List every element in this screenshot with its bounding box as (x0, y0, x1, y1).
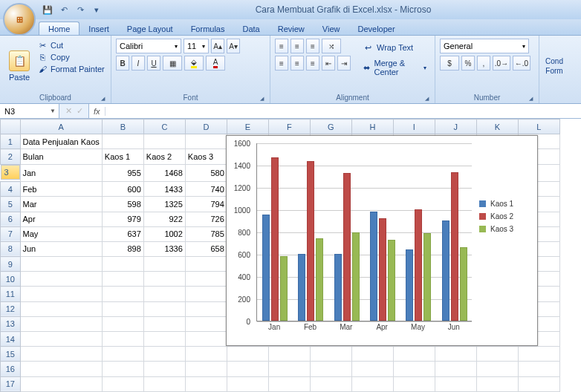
cell-D9[interactable] (185, 257, 227, 272)
cell-C9[interactable] (143, 257, 185, 272)
border-button[interactable]: ▦ (163, 56, 182, 71)
cell-B16[interactable] (102, 362, 143, 376)
decrease-decimal-button[interactable]: ←.0 (513, 56, 530, 71)
cell-D17[interactable] (185, 376, 227, 391)
grow-font-button[interactable]: A▴ (211, 39, 224, 53)
cell-A11[interactable] (20, 287, 102, 301)
align-right-button[interactable]: ≡ (306, 56, 319, 71)
office-button[interactable]: ⊞ (3, 3, 36, 36)
cell-F15[interactable] (268, 347, 310, 362)
cell-B13[interactable] (102, 316, 143, 331)
undo-icon[interactable]: ↶ (58, 4, 70, 16)
column-header-B[interactable]: B (102, 120, 143, 134)
cell-L15[interactable] (518, 347, 559, 362)
bar-Kaos 3-Jun[interactable] (460, 247, 467, 321)
cell-C12[interactable] (143, 301, 185, 316)
cell-K17[interactable] (476, 376, 518, 391)
cell-C13[interactable] (143, 316, 185, 331)
row-header-16[interactable]: 16 (1, 362, 21, 376)
legend-item-Kaos 1[interactable]: Kaos 1 (479, 200, 533, 208)
save-icon[interactable]: 💾 (42, 4, 53, 16)
cell-A14[interactable] (20, 332, 102, 347)
row-header-8[interactable]: 8 (1, 241, 21, 256)
bar-Kaos 1-Mar[interactable] (334, 254, 342, 321)
name-box-input[interactable] (3, 106, 37, 117)
column-header-A[interactable]: A (20, 120, 102, 134)
cell-B15[interactable] (102, 347, 143, 362)
cell-D4[interactable]: 740 (185, 182, 227, 197)
bar-Kaos 2-Jun[interactable] (451, 172, 458, 321)
redo-icon[interactable]: ↷ (74, 4, 86, 16)
cell-C7[interactable]: 1002 (143, 226, 185, 241)
font-name-select[interactable]: Calibri▾ (116, 39, 181, 53)
worksheet[interactable]: ABCDEFGHIJKL1Data Penjualan Kaos2BulanKa… (0, 119, 581, 392)
bold-button[interactable]: B (116, 56, 129, 71)
row-header-10[interactable]: 10 (1, 272, 21, 287)
cell-D10[interactable] (185, 272, 227, 287)
bar-Kaos 3-Mar[interactable] (352, 232, 360, 321)
legend-item-Kaos 3[interactable]: Kaos 3 (479, 225, 533, 233)
cell-D5[interactable]: 794 (185, 197, 227, 212)
orientation-button[interactable]: ⤭ (322, 39, 341, 53)
cell-C8[interactable]: 1336 (143, 241, 185, 256)
italic-button[interactable]: I (132, 56, 145, 71)
row-header-2[interactable]: 2 (1, 149, 21, 164)
column-header-I[interactable]: I (393, 120, 435, 134)
cell-B8[interactable]: 898 (102, 241, 143, 256)
cell-I15[interactable] (393, 347, 435, 362)
align-left-button[interactable]: ≡ (275, 56, 288, 71)
cell-C1[interactable] (143, 134, 185, 149)
row-header-5[interactable]: 5 (1, 197, 21, 212)
column-header-K[interactable]: K (476, 120, 518, 134)
bar-Kaos 2-Mar[interactable] (343, 173, 351, 321)
cell-A9[interactable] (20, 257, 102, 272)
cell-G17[interactable] (310, 376, 351, 391)
cell-D8[interactable]: 658 (185, 241, 227, 256)
cell-E15[interactable] (227, 347, 268, 362)
column-header-C[interactable]: C (143, 120, 185, 134)
cell-L16[interactable] (518, 362, 559, 376)
column-header-D[interactable]: D (185, 120, 227, 134)
bar-Kaos 3-May[interactable] (423, 233, 431, 321)
cell-A7[interactable]: May (20, 226, 102, 241)
cell-I17[interactable] (393, 376, 435, 391)
row-header-11[interactable]: 11 (1, 287, 21, 301)
row-header-7[interactable]: 7 (1, 226, 21, 241)
format-painter-button[interactable]: 🖌Format Painter (37, 64, 105, 74)
cell-K15[interactable] (476, 347, 518, 362)
cell-D6[interactable]: 726 (185, 212, 227, 226)
cell-B3[interactable]: 955 (102, 164, 143, 182)
cell-E17[interactable] (227, 376, 268, 391)
cell-G16[interactable] (310, 362, 351, 376)
bar-Kaos 2-Feb[interactable] (307, 161, 314, 321)
cell-B1[interactable] (102, 134, 143, 149)
underline-button[interactable]: U (147, 56, 160, 71)
name-box[interactable]: ▼ (0, 104, 59, 118)
cell-C16[interactable] (143, 362, 185, 376)
tab-view[interactable]: View (314, 22, 349, 35)
bar-Kaos 3-Apr[interactable] (388, 240, 395, 321)
cell-E16[interactable] (227, 362, 268, 376)
cell-A17[interactable] (20, 376, 102, 391)
qat-dropdown-icon[interactable]: ▾ (91, 4, 103, 16)
currency-button[interactable]: $ (440, 56, 459, 71)
increase-indent-button[interactable]: ⇥ (337, 56, 351, 71)
comma-button[interactable]: , (477, 56, 490, 71)
cell-C14[interactable] (143, 332, 185, 347)
cell-J16[interactable] (435, 362, 476, 376)
cell-A10[interactable] (20, 272, 102, 287)
shrink-font-button[interactable]: A▾ (227, 39, 240, 53)
row-header-14[interactable]: 14 (1, 332, 21, 347)
bar-Kaos 1-May[interactable] (406, 249, 413, 321)
merge-center-button[interactable]: ⬌Merge & Center▾ (358, 59, 430, 76)
cell-C5[interactable]: 1325 (143, 197, 185, 212)
cell-C2[interactable]: Kaos 2 (143, 149, 185, 164)
cell-F17[interactable] (268, 376, 310, 391)
bar-Kaos 2-May[interactable] (415, 209, 422, 321)
row-header-3[interactable]: 3 (1, 165, 20, 180)
cell-D16[interactable] (185, 362, 227, 376)
legend-item-Kaos 2[interactable]: Kaos 2 (479, 212, 533, 220)
row-header-17[interactable]: 17 (1, 376, 21, 391)
number-format-select[interactable]: General▾ (440, 39, 529, 53)
align-top-button[interactable]: ≡ (275, 39, 288, 53)
